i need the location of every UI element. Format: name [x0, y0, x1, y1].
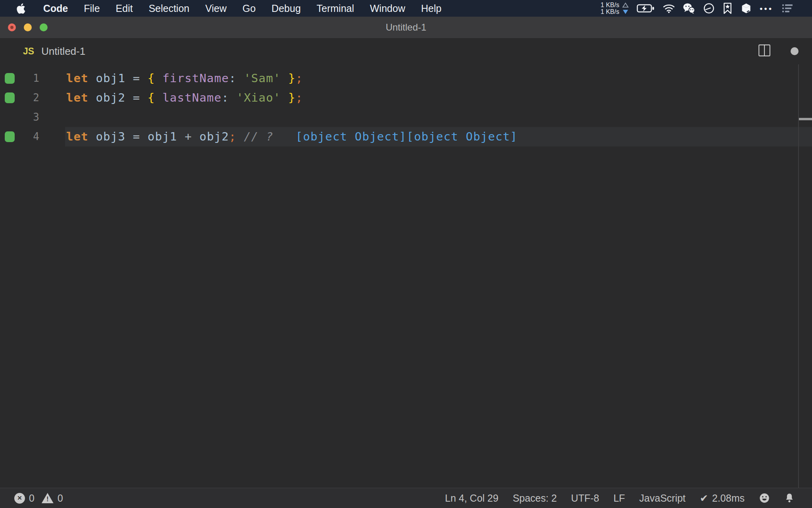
- window-title: Untitled-1: [0, 17, 812, 38]
- perf-time: 2.08ms: [712, 493, 745, 504]
- apple-menu-icon[interactable]: [16, 3, 26, 14]
- language-mode-item[interactable]: JavaScript: [639, 493, 686, 504]
- eol-item[interactable]: LF: [613, 493, 625, 504]
- menu-item-window[interactable]: Window: [362, 3, 413, 14]
- line-number[interactable]: 3: [0, 108, 39, 127]
- javascript-file-icon: JS: [23, 46, 34, 57]
- line-number[interactable]: 4: [0, 127, 39, 146]
- battery-charging-icon[interactable]: [637, 3, 655, 13]
- download-arrow-icon: [622, 9, 629, 15]
- status-bar-left: ✕ 0 ! 0: [14, 493, 63, 504]
- menu-bar-status-area: 1 KB/s 1 KB/s: [601, 2, 812, 15]
- status-bar: ✕ 0 ! 0 Ln 4, Col 29 Spaces: 2 UTF-8 LF …: [0, 488, 812, 508]
- code-line-2[interactable]: 2let obj2 = { lastName: 'Xiao' };: [0, 88, 812, 108]
- feedback-smiley-item[interactable]: [759, 493, 770, 504]
- upload-speed: 1 KB/s: [601, 2, 619, 8]
- overview-ruler: [798, 64, 799, 488]
- wechat-icon[interactable]: [683, 3, 695, 14]
- overview-ruler-cursor-marker: [799, 118, 812, 120]
- check-icon: ✔: [700, 493, 708, 504]
- code-line-1[interactable]: 1let obj1 = { firstName: 'Sam' };: [0, 69, 812, 88]
- download-speed: 1 KB/s: [601, 8, 619, 15]
- error-count: 0: [29, 493, 34, 504]
- upload-arrow-icon: [622, 2, 629, 8]
- ellipsis-icon[interactable]: •••: [760, 4, 773, 13]
- menu-item-terminal[interactable]: Terminal: [309, 3, 362, 14]
- tab-label: Untitled-1: [41, 45, 85, 58]
- line-number[interactable]: 1: [0, 69, 39, 88]
- code-text: let obj3 = obj1 + obj2; // ? [object Obj…: [66, 127, 517, 146]
- editor-header: JS Untitled-1: [0, 38, 812, 64]
- modified-indicator[interactable]: [791, 47, 799, 55]
- macos-menu-bar: CodeFileEditSelectionViewGoDebugTerminal…: [0, 0, 812, 17]
- cube-icon[interactable]: [741, 3, 752, 14]
- menu-item-code[interactable]: Code: [37, 3, 76, 14]
- list-icon[interactable]: [781, 3, 794, 13]
- clock-icon[interactable]: [703, 3, 714, 14]
- network-speed-text: 1 KB/s 1 KB/s: [601, 2, 619, 15]
- code-line-4[interactable]: 4let obj3 = obj1 + obj2; // ? [object Ob…: [0, 127, 812, 146]
- error-icon: ✕: [14, 493, 25, 504]
- menu-bar-left: CodeFileEditSelectionViewGoDebugTerminal…: [0, 3, 449, 14]
- menu-item-file[interactable]: File: [76, 3, 108, 14]
- network-speed-indicator[interactable]: 1 KB/s 1 KB/s: [601, 2, 629, 15]
- bell-icon: [784, 493, 795, 504]
- code-text: let obj2 = { lastName: 'Xiao' };: [66, 88, 303, 108]
- line-number[interactable]: 2: [0, 88, 39, 108]
- code-text: let obj1 = { firstName: 'Sam' };: [66, 69, 303, 88]
- bookmark-star-icon[interactable]: [722, 2, 733, 14]
- tab-untitled-1[interactable]: JS Untitled-1: [23, 38, 85, 64]
- screen: CodeFileEditSelectionViewGoDebugTerminal…: [0, 0, 812, 508]
- wifi-icon[interactable]: [663, 4, 675, 13]
- network-arrows: [622, 2, 629, 15]
- menu-item-help[interactable]: Help: [413, 3, 449, 14]
- errors-warnings-item[interactable]: ✕ 0 ! 0: [14, 493, 63, 504]
- code-line-3[interactable]: 3: [0, 108, 812, 127]
- smiley-icon: [759, 493, 770, 504]
- quokka-performance-item[interactable]: ✔ 2.08ms: [700, 493, 745, 504]
- status-bar-right: Ln 4, Col 29 Spaces: 2 UTF-8 LF JavaScri…: [445, 493, 795, 504]
- menu-item-edit[interactable]: Edit: [108, 3, 141, 14]
- warning-count: 0: [57, 493, 63, 504]
- window-title-bar[interactable]: Untitled-1: [0, 17, 812, 38]
- editor[interactable]: 1let obj1 = { firstName: 'Sam' };2let ob…: [0, 64, 812, 488]
- code-lines: 1let obj1 = { firstName: 'Sam' };2let ob…: [0, 69, 812, 146]
- warning-icon: !: [42, 493, 54, 503]
- menu-item-debug[interactable]: Debug: [264, 3, 309, 14]
- split-editor-button[interactable]: [758, 44, 771, 58]
- menu-item-view[interactable]: View: [197, 3, 235, 14]
- menu-item-go[interactable]: Go: [235, 3, 264, 14]
- indentation-item[interactable]: Spaces: 2: [513, 493, 557, 504]
- notifications-bell-item[interactable]: [784, 493, 795, 504]
- cursor-position-item[interactable]: Ln 4, Col 29: [445, 493, 498, 504]
- menu-item-selection[interactable]: Selection: [141, 3, 197, 14]
- encoding-item[interactable]: UTF-8: [571, 493, 599, 504]
